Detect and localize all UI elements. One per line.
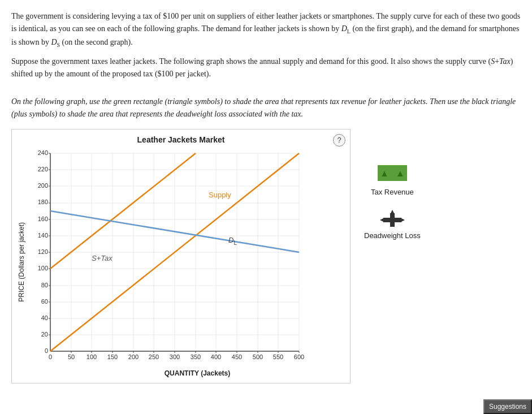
svg-text:600: 600 bbox=[294, 353, 304, 360]
chart-inner: 0 20 40 60 80 100 120 140 160 180 200 22… bbox=[28, 148, 344, 377]
demand-curve-label: DL bbox=[228, 236, 237, 246]
intro-paragraph-2: Suppose the government taxes leather jac… bbox=[11, 55, 521, 81]
y-axis-label: PRICE (Dollars per jacket) bbox=[18, 222, 25, 302]
intro-text: The government is considering levying a … bbox=[11, 10, 521, 81]
svg-text:550: 550 bbox=[273, 353, 283, 360]
legend-tax-revenue[interactable]: ▲ ▲ Tax Revenue bbox=[364, 163, 421, 196]
deadweight-loss-icon bbox=[375, 206, 409, 229]
legend-area: ▲ ▲ Tax Revenue bbox=[364, 129, 421, 250]
svg-text:180: 180 bbox=[38, 199, 48, 205]
supply-label: Supply bbox=[209, 191, 231, 199]
x-axis-label: QUANTITY (Jackets) bbox=[50, 369, 344, 377]
tax-revenue-svg: ▲ ▲ bbox=[375, 163, 409, 183]
s-tax-line bbox=[50, 153, 196, 269]
right-triangle-icon: ▲ bbox=[396, 169, 405, 178]
dwl-arrow-right bbox=[400, 218, 405, 222]
svg-text:0: 0 bbox=[45, 347, 48, 354]
svg-text:300: 300 bbox=[170, 353, 180, 360]
svg-text:100: 100 bbox=[38, 265, 48, 271]
svg-text:220: 220 bbox=[38, 166, 48, 172]
deadweight-loss-svg bbox=[375, 206, 409, 227]
svg-text:240: 240 bbox=[38, 149, 48, 156]
dwl-horiz bbox=[383, 218, 401, 222]
chart-title: Leather Jackets Market bbox=[18, 135, 344, 144]
deadweight-loss-label: Deadweight Loss bbox=[364, 231, 421, 240]
svg-text:150: 150 bbox=[107, 353, 118, 360]
left-triangle-icon: ▲ bbox=[380, 169, 389, 178]
y-tick-labels: 0 20 40 60 80 100 120 140 160 180 200 22… bbox=[38, 149, 48, 354]
chart-container: ? Leather Jackets Market PRICE (Dollars … bbox=[11, 129, 351, 383]
svg-text:350: 350 bbox=[191, 353, 201, 360]
dwl-arrow-up bbox=[390, 210, 395, 214]
intro-paragraph-1: The government is considering levying a … bbox=[11, 10, 521, 50]
help-button[interactable]: ? bbox=[333, 134, 345, 146]
svg-text:100: 100 bbox=[86, 353, 97, 360]
svg-text:400: 400 bbox=[211, 353, 221, 360]
svg-text:140: 140 bbox=[38, 232, 48, 239]
legend-deadweight-loss[interactable]: Deadweight Loss bbox=[364, 206, 421, 240]
svg-text:500: 500 bbox=[253, 353, 263, 360]
svg-text:20: 20 bbox=[41, 331, 48, 338]
chart-area: PRICE (Dollars per jacket) bbox=[18, 148, 344, 377]
svg-text:120: 120 bbox=[38, 248, 48, 255]
dwl-arrow-left bbox=[380, 218, 384, 222]
tax-revenue-label: Tax Revenue bbox=[371, 188, 414, 196]
svg-text:0: 0 bbox=[49, 353, 52, 360]
instruction-text: On the following graph, use the green re… bbox=[11, 96, 521, 121]
svg-text:200: 200 bbox=[128, 353, 139, 360]
svg-text:40: 40 bbox=[41, 314, 48, 321]
svg-text:450: 450 bbox=[232, 353, 242, 360]
svg-text:200: 200 bbox=[38, 182, 48, 189]
tax-revenue-icon: ▲ ▲ bbox=[375, 163, 409, 186]
s-tax-label: S+Tax bbox=[92, 254, 113, 262]
svg-text:60: 60 bbox=[41, 298, 48, 305]
x-tick-labels: 0 50 100 150 200 250 300 350 400 450 500… bbox=[49, 353, 304, 360]
svg-text:250: 250 bbox=[149, 353, 159, 360]
chart-and-legend: ? Leather Jackets Market PRICE (Dollars … bbox=[11, 129, 521, 383]
chart-svg[interactable]: 0 20 40 60 80 100 120 140 160 180 200 22… bbox=[28, 148, 305, 368]
svg-text:50: 50 bbox=[68, 353, 75, 360]
svg-text:160: 160 bbox=[38, 215, 48, 222]
svg-text:80: 80 bbox=[41, 282, 48, 288]
